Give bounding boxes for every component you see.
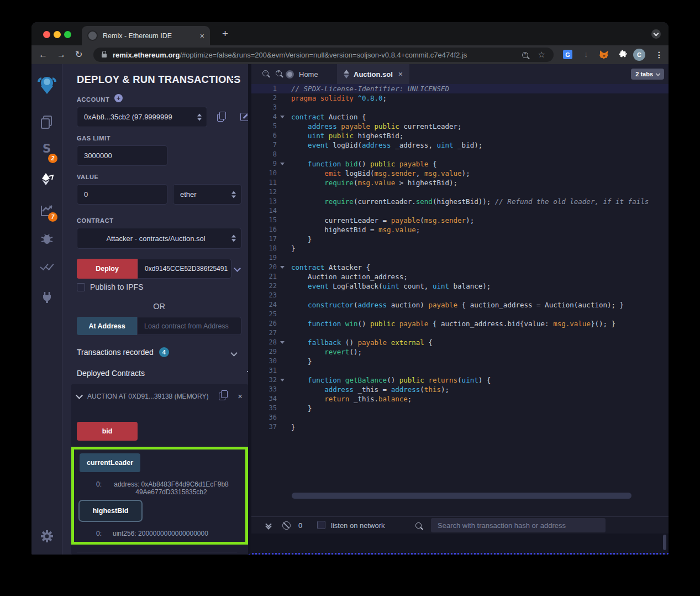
deploy-button[interactable]: Deploy — [77, 259, 138, 279]
line-number-gutter[interactable]: 20 — [251, 263, 287, 272]
plugin-manager-icon[interactable] — [31, 291, 62, 304]
instance-chevron-icon[interactable] — [76, 392, 83, 399]
line-number-gutter[interactable]: 35 — [251, 404, 287, 413]
copy-account-icon[interactable] — [217, 114, 224, 122]
line-number-gutter[interactable]: 34 — [251, 394, 287, 404]
line-number-gutter[interactable]: 37 — [251, 422, 287, 432]
code-line[interactable]: 33 address _this = address(this); — [251, 385, 669, 394]
line-number-gutter[interactable]: 19 — [251, 253, 287, 263]
download-icon[interactable] — [584, 49, 588, 59]
line-number-gutter[interactable]: 22 — [251, 281, 287, 291]
extensions-puzzle-icon[interactable] — [618, 49, 628, 59]
line-number-gutter[interactable]: 14 — [251, 206, 287, 216]
line-number-gutter[interactable]: 18 — [251, 244, 287, 253]
value-input[interactable]: 0 — [77, 184, 167, 205]
tab-close-icon[interactable] — [200, 32, 204, 40]
reload-button[interactable] — [75, 48, 82, 61]
line-number-gutter[interactable]: 6 — [251, 131, 287, 140]
menu-dots-icon[interactable] — [655, 50, 663, 59]
code-line[interactable]: 31 — [251, 366, 669, 375]
line-number-gutter[interactable]: 27 — [251, 328, 287, 338]
code-line[interactable]: 9 function bid() public payable { — [251, 159, 669, 169]
instance-header[interactable]: AUCTION AT 0XD91...39138 (MEMORY) — [77, 392, 243, 400]
code-line[interactable]: 19 — [251, 253, 669, 263]
account-select[interactable]: 0xAb8...35cb2 (97.9999999 — [77, 107, 207, 127]
code-line[interactable]: 7 event logBid(address _address, uint _b… — [251, 140, 669, 150]
fold-arrow-icon[interactable] — [280, 163, 285, 165]
clear-console-icon[interactable] — [282, 521, 291, 530]
line-number-gutter[interactable]: 23 — [251, 291, 287, 300]
zoom-in-icon[interactable]: + — [276, 70, 282, 76]
fold-arrow-icon[interactable] — [280, 266, 285, 269]
line-number-gutter[interactable]: 1 — [251, 84, 287, 93]
tab-auction-sol[interactable]: Auction.sol — [337, 64, 409, 84]
tab-file-close-icon[interactable] — [398, 70, 403, 78]
terminal-search-input[interactable]: Search with transaction hash or address — [431, 518, 606, 532]
code-line[interactable]: 25 — [251, 310, 669, 319]
transactions-chevron-icon[interactable] — [230, 349, 238, 357]
tab-home[interactable]: Home — [286, 64, 318, 84]
code-line[interactable]: 26 function win() public payable { aucti… — [251, 319, 669, 328]
unit-select[interactable]: ether — [173, 184, 241, 205]
line-number-gutter[interactable]: 3 — [251, 103, 287, 112]
fold-arrow-icon[interactable] — [280, 379, 285, 381]
line-number-gutter[interactable]: 13 — [251, 197, 287, 206]
highest-bid-button[interactable]: highestBid — [78, 500, 143, 522]
metamask-fox-icon[interactable] — [599, 49, 609, 59]
line-number-gutter[interactable]: 26 — [251, 319, 287, 328]
line-number-gutter[interactable]: 2 — [251, 93, 287, 103]
line-number-gutter[interactable]: 9 — [251, 159, 287, 169]
code-line[interactable]: 14 — [251, 206, 669, 216]
code-line[interactable]: 16 highestBid = msg.value; — [251, 225, 669, 234]
line-number-gutter[interactable]: 8 — [251, 150, 287, 159]
copy-address-icon[interactable] — [219, 393, 225, 400]
settings-gear-icon[interactable] — [31, 530, 62, 542]
current-leader-button[interactable]: currentLeader — [80, 453, 140, 472]
tabs-count-dropdown[interactable]: 2 tabs — [631, 69, 664, 80]
code-line[interactable]: 32 function getBalance() public returns(… — [251, 375, 669, 385]
new-tab-button[interactable] — [222, 28, 228, 40]
deploy-run-icon[interactable] — [31, 172, 62, 186]
unit-testing-icon[interactable] — [31, 262, 62, 270]
line-number-gutter[interactable]: 31 — [251, 366, 287, 375]
code-line[interactable]: 20contract Attacker { — [251, 263, 669, 272]
fold-arrow-icon[interactable] — [280, 341, 285, 344]
line-number-gutter[interactable]: 17 — [251, 234, 287, 244]
line-number-gutter[interactable]: 30 — [251, 357, 287, 366]
code-line[interactable]: 30 } — [251, 357, 669, 366]
deploy-expand-chevron-icon[interactable] — [234, 265, 241, 272]
code-line[interactable]: 10 emit logBid(msg.sender, msg.value); — [251, 169, 669, 178]
code-line[interactable]: 36 — [251, 413, 669, 422]
instance-close-icon[interactable] — [238, 392, 243, 400]
contract-select[interactable]: Attacker - contracts/Auction.sol — [77, 228, 241, 249]
tab-search-button[interactable] — [651, 29, 661, 39]
transactions-recorded-row[interactable]: Transactions recorded 4 — [77, 347, 169, 357]
code-line[interactable]: 6 uint public highestBid; — [251, 131, 669, 140]
deploy-arg-input[interactable]: 0xd9145CCE52D386f25491 — [138, 259, 231, 279]
line-number-gutter[interactable]: 29 — [251, 347, 287, 357]
code-line[interactable]: 37} — [251, 422, 669, 432]
zoom-page-icon[interactable]: + — [522, 52, 528, 58]
line-number-gutter[interactable]: 25 — [251, 310, 287, 319]
code-line[interactable]: 4contract Auction { — [251, 112, 669, 122]
line-number-gutter[interactable]: 11 — [251, 178, 287, 187]
code-line[interactable]: 22 event LogFallback(uint count, uint ba… — [251, 281, 669, 291]
window-minimize-button[interactable] — [54, 31, 61, 38]
code-line[interactable]: 24 constructor(address auction) payable … — [251, 300, 669, 310]
ipfs-checkbox[interactable] — [77, 283, 85, 291]
window-close-button[interactable] — [43, 31, 50, 38]
code-line[interactable]: 27 — [251, 328, 669, 338]
code-line[interactable]: 18} — [251, 244, 669, 253]
code-line[interactable]: 1// SPDX-License-Identifier: UNLICENSED — [251, 84, 669, 93]
code-line[interactable]: 3 — [251, 103, 669, 112]
line-number-gutter[interactable]: 16 — [251, 225, 287, 234]
code-line[interactable]: 12 — [251, 187, 669, 197]
collapse-terminal-icon[interactable] — [266, 522, 271, 529]
code-line[interactable]: 13 require(currentLeader.send(highestBid… — [251, 197, 669, 206]
code-line[interactable]: 2pragma solidity ^0.8.0; — [251, 93, 669, 103]
code-line[interactable]: 5 address payable public currentLeader; — [251, 122, 669, 131]
line-number-gutter[interactable]: 5 — [251, 122, 287, 131]
line-number-gutter[interactable]: 36 — [251, 413, 287, 422]
code-line[interactable]: 15 currentLeader = payable(msg.sender); — [251, 216, 669, 225]
line-number-gutter[interactable]: 32 — [251, 375, 287, 385]
